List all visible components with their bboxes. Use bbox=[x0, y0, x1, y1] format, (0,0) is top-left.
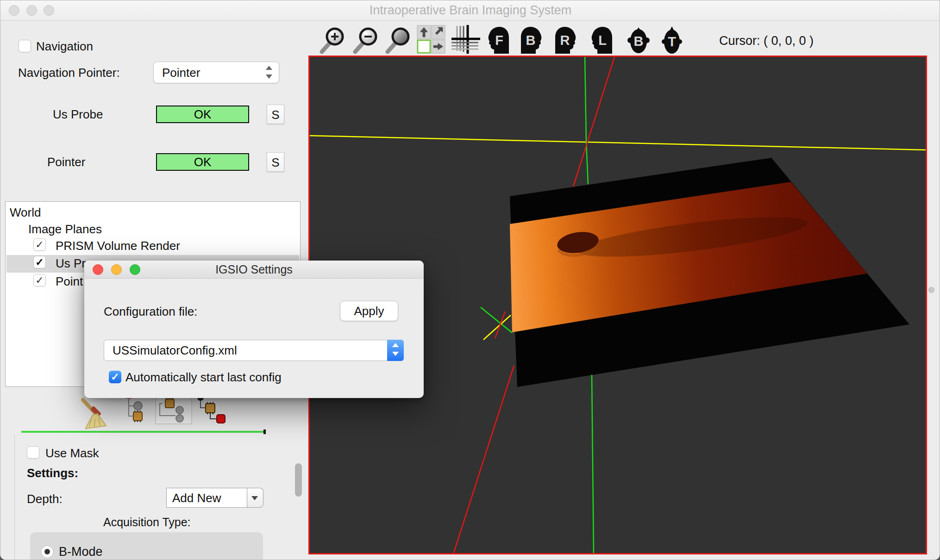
us-probe-label: Us Probe bbox=[53, 107, 103, 122]
chevron-up-icon bbox=[392, 343, 399, 347]
chevron-down-icon bbox=[251, 496, 258, 500]
config-chain-icon[interactable] bbox=[195, 394, 227, 424]
depth-dropdown-button[interactable] bbox=[247, 488, 263, 508]
us-probe-status[interactable]: OK bbox=[156, 106, 249, 123]
tree-group-image-planes[interactable]: Image Planes bbox=[28, 222, 102, 236]
zoom-region-icon[interactable] bbox=[383, 25, 414, 55]
svg-text:B: B bbox=[526, 33, 536, 48]
configuration-file-label: Configuration file: bbox=[104, 305, 197, 319]
chevron-up-icon bbox=[266, 66, 272, 70]
settings-heading: Settings: bbox=[27, 466, 78, 480]
svg-text:F: F bbox=[495, 33, 503, 48]
orient-front-icon[interactable]: F bbox=[484, 26, 512, 55]
orient-bottom-icon[interactable]: B bbox=[625, 26, 652, 55]
navigation-pointer-select[interactable]: Pointer bbox=[153, 62, 279, 83]
orient-top-icon[interactable]: T bbox=[658, 26, 686, 55]
igsio-settings-dialog[interactable]: IGSIO Settings Configuration file: Apply… bbox=[84, 261, 424, 398]
progress-bar-end bbox=[263, 429, 266, 434]
title-bar: Intraoperative Brain Imaging System bbox=[0, 0, 940, 21]
depth-value: Add New bbox=[172, 491, 221, 505]
zoom-out-icon[interactable] bbox=[351, 25, 381, 55]
tree-row-prism[interactable]: ✓ PRISM Volume Render bbox=[6, 238, 300, 255]
svg-text:B: B bbox=[634, 34, 644, 49]
prism-checkbox[interactable]: ✓ bbox=[33, 238, 46, 251]
auto-start-checkbox[interactable]: ✓ bbox=[109, 371, 121, 383]
dialog-title: IGSIO Settings bbox=[84, 261, 424, 279]
clear-broom-icon[interactable] bbox=[79, 397, 112, 430]
acquisition-groupbox: B-Mode bbox=[30, 532, 263, 560]
tree-item-label: PRISM Volume Render bbox=[56, 239, 180, 253]
config-file-value: USSimulatorConfig.xml bbox=[113, 343, 237, 358]
tree-root[interactable]: World bbox=[10, 205, 41, 220]
orient-left-icon[interactable]: L bbox=[587, 26, 615, 55]
apply-button[interactable]: Apply bbox=[340, 301, 398, 321]
acquisition-type-label: Acquisition Type: bbox=[103, 516, 191, 529]
config-tree-icon-selected[interactable] bbox=[155, 395, 192, 424]
pan-icon[interactable] bbox=[416, 25, 447, 55]
navigation-checkbox[interactable] bbox=[19, 40, 31, 52]
svg-text:L: L bbox=[598, 33, 607, 48]
config-file-combobox[interactable]: USSimulatorConfig.xml bbox=[104, 340, 404, 361]
us-probe-checkbox[interactable]: ✓ bbox=[33, 256, 46, 268]
svg-text:T: T bbox=[668, 34, 676, 49]
b-mode-label: B-Mode bbox=[59, 545, 103, 559]
use-mask-label: Use Mask bbox=[45, 446, 99, 460]
use-mask-checkbox[interactable] bbox=[27, 446, 39, 459]
pointer-label: Pointer bbox=[47, 155, 85, 169]
b-mode-radio[interactable] bbox=[41, 545, 54, 558]
progress-bar bbox=[21, 431, 264, 433]
navigation-pointer-label: Navigation Pointer: bbox=[18, 66, 120, 80]
combobox-stepper[interactable] bbox=[387, 340, 404, 361]
panel-frame-border bbox=[14, 435, 15, 560]
window-scroll-indicator[interactable] bbox=[928, 287, 934, 293]
dialog-title-bar[interactable]: IGSIO Settings bbox=[84, 261, 424, 279]
zoom-in-icon[interactable] bbox=[317, 25, 348, 55]
pointer-status[interactable]: OK bbox=[156, 153, 249, 171]
navigation-label: Navigation bbox=[36, 39, 93, 54]
auto-start-label: Automatically start last config bbox=[125, 370, 282, 385]
tree-item-label: Us Pr bbox=[56, 256, 86, 271]
navigation-pointer-value: Pointer bbox=[162, 66, 200, 80]
depth-combobox[interactable]: Add New bbox=[166, 488, 247, 508]
depth-label: Depth: bbox=[27, 492, 63, 506]
panel-scrollbar[interactable] bbox=[295, 463, 302, 497]
pointer-checkbox[interactable]: ✓ bbox=[33, 274, 46, 286]
config-device-icon[interactable] bbox=[122, 394, 150, 424]
us-probe-s-button[interactable]: S bbox=[267, 105, 284, 124]
svg-text:R: R bbox=[560, 33, 570, 48]
chevron-down-icon bbox=[392, 352, 399, 356]
app-window: Intraoperative Brain Imaging System bbox=[0, 0, 940, 560]
crosshair-icon[interactable] bbox=[451, 25, 481, 55]
window-title: Intraoperative Brain Imaging System bbox=[0, 0, 940, 20]
chevron-down-icon bbox=[266, 75, 272, 79]
orient-right-icon[interactable]: R bbox=[552, 26, 580, 55]
cursor-readout: Cursor: ( 0, 0, 0 ) bbox=[719, 34, 814, 48]
pointer-s-button[interactable]: S bbox=[267, 152, 284, 172]
tree-item-label: Point bbox=[56, 274, 83, 289]
orient-back-icon[interactable]: B bbox=[518, 26, 546, 55]
radio-dot bbox=[44, 549, 50, 554]
